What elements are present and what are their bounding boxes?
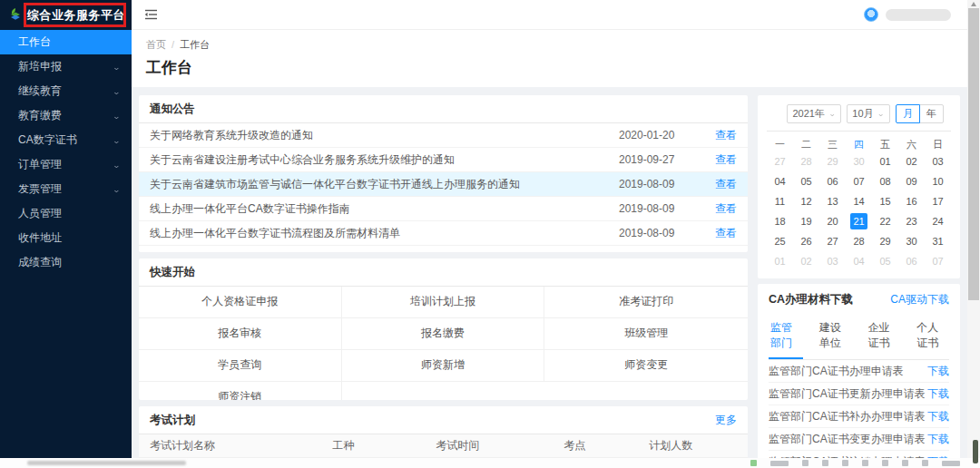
statusbar-icon (750, 460, 757, 466)
ca-tab-enterprise-cert[interactable]: 企业证书 (867, 317, 901, 359)
notice-row[interactable]: 线上办理一体化平台CA数字证书操作指南 2019-08-09 查看 (139, 197, 748, 221)
chevron-down-icon: ⌄ (113, 63, 121, 71)
calendar-date[interactable]: 17 (925, 191, 951, 211)
sidebar-item-education-payment[interactable]: 教育缴费⌄ (0, 103, 132, 128)
sidebar-item-invoice-management[interactable]: 发票管理⌄ (0, 177, 132, 201)
calendar-mode-month[interactable]: 月 (896, 104, 920, 123)
notice-view-link[interactable]: 查看 (715, 227, 737, 239)
calendar-date[interactable]: 11 (767, 191, 793, 211)
calendar-date[interactable]: 01 (767, 251, 793, 271)
calendar-date[interactable]: 19 (793, 211, 819, 231)
sidebar-item-workbench[interactable]: 工作台 (0, 30, 132, 54)
sidebar-item-order-management[interactable]: 订单管理⌄ (0, 152, 132, 177)
calendar-date[interactable]: 06 (898, 251, 925, 271)
ca-tab-personal-cert[interactable]: 个人证书 (915, 317, 949, 359)
ca-materials-panel: CA办理材料下载 CA驱动下载 监管部门 建设单位 企业证书 个人证书 监管部门… (758, 284, 960, 465)
sidebar-item-ca-certificate[interactable]: CA数字证书⌄ (0, 128, 132, 152)
scrollbar-up-arrow-icon[interactable] (971, 2, 976, 6)
calendar-date[interactable]: 04 (767, 171, 793, 191)
calendar-date[interactable]: 25 (767, 231, 793, 251)
ca-download-link[interactable]: 下载 (927, 409, 949, 424)
calendar-date[interactable]: 06 (819, 171, 846, 191)
calendar-date[interactable]: 29 (872, 231, 898, 251)
scrollbar-track[interactable] (967, 0, 980, 458)
calendar-date[interactable]: 12 (793, 191, 819, 211)
calendar-date[interactable]: 16 (898, 191, 925, 211)
calendar-date[interactable]: 02 (793, 251, 819, 271)
quickstart-item[interactable]: 师资变更 (544, 350, 748, 382)
calendar-date[interactable]: 22 (872, 211, 898, 231)
notice-row[interactable]: 线上办理一体化平台数字证书流程图及所需材料清单 2019-08-09 查看 (139, 221, 748, 246)
quickstart-item[interactable]: 师资新增 (342, 350, 545, 382)
ca-driver-download-link[interactable]: CA驱动下载 (890, 292, 949, 307)
notice-panel-title: 通知公告 (150, 102, 737, 117)
calendar-mode-year[interactable]: 年 (919, 104, 944, 123)
calendar-date[interactable]: 09 (898, 171, 925, 191)
notice-view-link[interactable]: 查看 (715, 129, 737, 141)
notice-row-highlighted[interactable]: 关于云南省建筑市场监管与诚信一体化平台数字证书开通线上办理服务的通知 2019-… (139, 172, 748, 197)
ca-tab-construction-unit[interactable]: 建设单位 (818, 317, 852, 359)
calendar-date[interactable]: 03 (819, 251, 846, 271)
calendar-date[interactable]: 18 (767, 211, 793, 231)
calendar-date[interactable]: 26 (793, 231, 819, 251)
calendar-date[interactable]: 27 (767, 151, 793, 171)
ca-item-row: 监管部门CA证书办理申请表 下载 (769, 360, 949, 383)
notice-row[interactable]: 关于网络教育系统升级改造的通知 2020-01-20 查看 (139, 123, 748, 148)
calendar-date[interactable]: 27 (819, 231, 846, 251)
sidebar-item-personnel[interactable]: 人员管理 (0, 201, 132, 226)
calendar-date[interactable]: 28 (846, 231, 872, 251)
quickstart-item[interactable]: 班级管理 (544, 318, 748, 350)
calendar-date[interactable]: 28 (793, 151, 819, 171)
exam-more-link[interactable]: 更多 (715, 413, 737, 428)
calendar-date[interactable]: 24 (925, 211, 951, 231)
sidebar-item-new-training[interactable]: 新培申报⌄ (0, 54, 132, 79)
sidebar-item-score-query[interactable]: 成绩查询 (0, 250, 132, 275)
ca-download-link[interactable]: 下载 (927, 432, 949, 447)
menu-fold-icon[interactable] (144, 9, 158, 20)
quickstart-item[interactable]: 报名审核 (139, 318, 342, 350)
calendar-date[interactable]: 13 (819, 191, 846, 211)
scrollbar-thumb[interactable] (968, 8, 979, 300)
quickstart-item[interactable]: 师资注销 (139, 382, 342, 400)
notice-view-link[interactable]: 查看 (715, 178, 737, 190)
calendar-date-selected[interactable]: 21 (850, 213, 867, 229)
calendar-date[interactable]: 08 (872, 171, 898, 191)
calendar-date[interactable]: 15 (872, 191, 898, 211)
calendar-date[interactable]: 30 (846, 151, 872, 171)
calendar-date[interactable]: 05 (872, 251, 898, 271)
quickstart-item[interactable]: 培训计划上报 (342, 287, 545, 318)
calendar-date[interactable]: 04 (846, 251, 872, 271)
quickstart-item[interactable]: 学员查询 (139, 350, 342, 382)
calendar-date[interactable]: 01 (872, 151, 898, 171)
calendar-date[interactable]: 03 (925, 151, 951, 171)
user-avatar[interactable] (864, 7, 878, 22)
calendar-date[interactable]: 20 (819, 211, 846, 231)
quickstart-item[interactable]: 报名缴费 (342, 318, 545, 350)
quickstart-item[interactable]: 准考证打印 (544, 287, 748, 318)
sidebar-item-address[interactable]: 收件地址 (0, 226, 132, 250)
notice-view-link[interactable]: 查看 (715, 153, 737, 166)
statusbar-icon (770, 461, 789, 466)
calendar-date[interactable]: 07 (846, 171, 872, 191)
calendar-date[interactable]: 23 (898, 211, 925, 231)
ca-download-link[interactable]: 下载 (927, 386, 949, 402)
notice-date: 2019-08-09 (619, 202, 710, 215)
notice-row[interactable]: 关于云南省建设注册考试中心综合业务服务系统升级维护的通知 2019-09-27 … (139, 148, 748, 172)
ca-download-link[interactable]: 下载 (927, 364, 949, 379)
notice-view-link[interactable]: 查看 (715, 202, 737, 215)
notice-date: 2020-01-20 (619, 129, 710, 141)
calendar-month-select[interactable]: 10月⌄ (847, 104, 890, 123)
calendar-date[interactable]: 02 (898, 151, 925, 171)
ca-tab-regulator[interactable]: 监管部门 (769, 317, 803, 359)
calendar-date[interactable]: 07 (925, 251, 951, 271)
calendar-date[interactable]: 30 (898, 231, 925, 251)
calendar-date[interactable]: 29 (819, 151, 846, 171)
calendar-date[interactable]: 14 (846, 191, 872, 211)
calendar-year-select[interactable]: 2021年⌄ (787, 104, 841, 123)
sidebar-item-continuing-education[interactable]: 继续教育⌄ (0, 79, 132, 103)
calendar-date[interactable]: 31 (925, 231, 951, 251)
quickstart-item[interactable]: 个人资格证申报 (139, 287, 342, 318)
calendar-date[interactable]: 10 (925, 171, 951, 191)
calendar-date[interactable]: 05 (793, 171, 819, 191)
breadcrumb-home[interactable]: 首页 (146, 39, 166, 50)
